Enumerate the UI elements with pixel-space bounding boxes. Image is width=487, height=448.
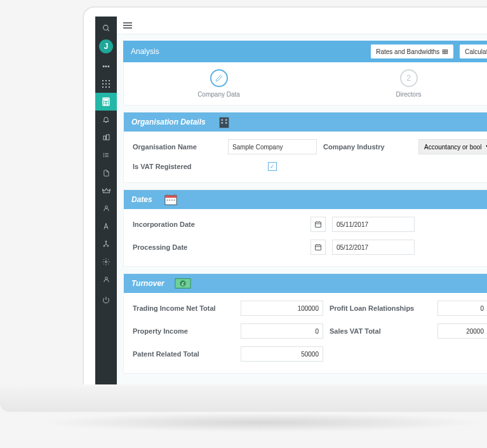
svg-point-29 bbox=[105, 261, 107, 263]
svg-rect-10 bbox=[109, 86, 110, 88]
svg-rect-35 bbox=[219, 118, 229, 128]
organisation-details-panel: Organisation Details Organisation Name C… bbox=[123, 112, 487, 183]
calculate-button[interactable]: Calculate bbox=[460, 44, 487, 58]
incorporation-date-input[interactable] bbox=[332, 217, 415, 232]
svg-line-1 bbox=[107, 29, 109, 31]
bell-icon[interactable] bbox=[95, 111, 117, 128]
step-one-label: Company Data bbox=[197, 91, 240, 98]
svg-rect-48 bbox=[316, 222, 321, 227]
svg-rect-44 bbox=[166, 200, 168, 201]
svg-point-42 bbox=[166, 194, 168, 196]
svg-rect-4 bbox=[109, 80, 110, 81]
svg-point-16 bbox=[107, 104, 108, 105]
calendar-icon bbox=[163, 191, 179, 208]
turnover-panel-title: Turnover bbox=[131, 279, 164, 288]
svg-rect-46 bbox=[171, 200, 173, 201]
calculate-label: Calculate bbox=[465, 48, 487, 55]
svg-rect-7 bbox=[109, 83, 110, 85]
svg-rect-52 bbox=[316, 245, 321, 250]
page-header: Analysis Rates and Bandwidths Calculate bbox=[123, 41, 487, 62]
svg-point-26 bbox=[105, 241, 107, 242]
svg-rect-8 bbox=[102, 86, 103, 88]
svg-rect-12 bbox=[104, 99, 108, 100]
svg-point-25 bbox=[105, 206, 107, 208]
org-panel-title: Organisation Details bbox=[131, 118, 206, 126]
step-directors[interactable]: 2 Directors bbox=[314, 69, 487, 98]
dates-panel: Dates Incorporation Date bbox=[123, 189, 487, 267]
svg-rect-38 bbox=[221, 122, 223, 124]
topbar bbox=[117, 17, 487, 34]
sidebar: J ••• bbox=[95, 17, 117, 384]
svg-rect-2 bbox=[102, 80, 103, 81]
trading-income-label: Trading Income Net Total bbox=[133, 304, 234, 312]
profit-loan-label: Profit Loan Relationships bbox=[330, 304, 431, 312]
svg-rect-39 bbox=[225, 122, 227, 124]
property-income-input[interactable] bbox=[241, 323, 323, 339]
rates-bandwidths-button[interactable]: Rates and Bandwidths bbox=[371, 44, 453, 58]
org-name-label: Organisation Name bbox=[133, 143, 222, 151]
svg-point-15 bbox=[104, 104, 105, 105]
step-company-data[interactable]: Company Data bbox=[124, 69, 314, 98]
dates-panel-title: Dates bbox=[131, 195, 152, 204]
profit-loan-input[interactable] bbox=[437, 301, 487, 316]
property-income-label: Property Income bbox=[133, 327, 234, 335]
trading-income-input[interactable] bbox=[241, 301, 323, 316]
org-name-input[interactable] bbox=[228, 139, 317, 154]
calendar-picker-icon[interactable] bbox=[310, 240, 326, 255]
calendar-picker-icon[interactable] bbox=[310, 217, 326, 232]
sales-vat-label: Sales VAT Total bbox=[330, 327, 431, 335]
vat-registered-checkbox[interactable]: ✓ bbox=[268, 162, 277, 171]
patent-related-label: Patent Related Total bbox=[133, 350, 234, 358]
wizard-steps: Company Data 2 Directors bbox=[123, 62, 487, 105]
sales-vat-input[interactable] bbox=[437, 323, 487, 339]
app-screen: J ••• bbox=[95, 17, 487, 384]
svg-point-43 bbox=[173, 194, 175, 196]
svg-rect-36 bbox=[221, 119, 223, 121]
menu-toggle-icon[interactable] bbox=[123, 22, 132, 29]
laptop-frame: J ••• bbox=[83, 6, 487, 384]
power-icon[interactable] bbox=[95, 291, 117, 309]
list-icon[interactable] bbox=[95, 146, 117, 164]
svg-rect-47 bbox=[173, 200, 175, 201]
compass-icon[interactable] bbox=[95, 217, 117, 235]
processing-date-input[interactable] bbox=[332, 240, 415, 255]
svg-text:£: £ bbox=[181, 281, 185, 287]
person-icon[interactable] bbox=[95, 271, 117, 288]
turnover-panel: Turnover £ Trading Income Net Total Prof… bbox=[123, 273, 487, 374]
calculator-icon[interactable] bbox=[95, 93, 117, 111]
svg-rect-37 bbox=[225, 119, 227, 121]
step-two-number: 2 bbox=[400, 69, 418, 87]
svg-point-22 bbox=[103, 153, 104, 154]
tree-icon[interactable] bbox=[95, 235, 117, 253]
user-icon[interactable] bbox=[95, 200, 117, 217]
step-two-label: Directors bbox=[396, 91, 421, 98]
main-area: Analysis Rates and Bandwidths Calculate bbox=[117, 17, 487, 384]
buildings-icon[interactable] bbox=[95, 128, 117, 146]
search-icon[interactable] bbox=[95, 19, 117, 37]
content: Analysis Rates and Bandwidths Calculate bbox=[117, 34, 487, 374]
patent-related-input[interactable] bbox=[241, 346, 323, 362]
svg-rect-3 bbox=[105, 80, 107, 81]
svg-rect-41 bbox=[165, 196, 177, 198]
building-icon bbox=[216, 114, 232, 130]
processing-date-label: Processing Date bbox=[133, 243, 222, 251]
grid-icon[interactable] bbox=[95, 75, 117, 93]
svg-point-0 bbox=[103, 25, 108, 30]
document-icon[interactable] bbox=[95, 164, 117, 182]
vat-registered-label: Is VAT Registered bbox=[133, 163, 222, 170]
incorporation-date-label: Incorporation Date bbox=[133, 221, 222, 228]
app-logo: J bbox=[99, 39, 113, 53]
svg-point-13 bbox=[104, 102, 105, 103]
svg-rect-5 bbox=[102, 83, 103, 85]
ellipsis-icon[interactable]: ••• bbox=[95, 57, 117, 75]
svg-rect-45 bbox=[169, 200, 170, 201]
svg-rect-18 bbox=[106, 135, 109, 140]
crown-icon[interactable] bbox=[95, 182, 117, 200]
gear-icon[interactable] bbox=[95, 253, 117, 271]
svg-point-24 bbox=[103, 156, 104, 157]
svg-rect-9 bbox=[105, 86, 107, 88]
page-title: Analysis bbox=[131, 47, 159, 56]
company-industry-select[interactable]: Accountancy or book bbox=[418, 139, 487, 154]
svg-point-23 bbox=[103, 155, 104, 156]
pencil-icon bbox=[210, 69, 228, 87]
